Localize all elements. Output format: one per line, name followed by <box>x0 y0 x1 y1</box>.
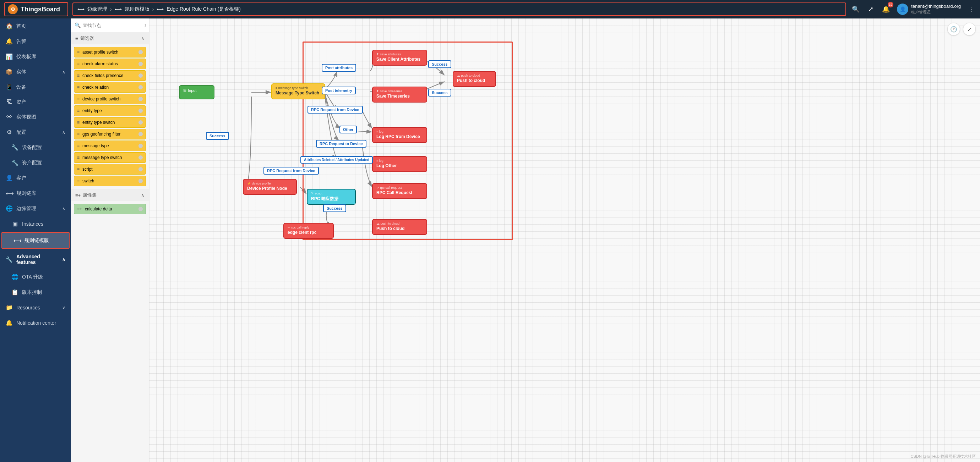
sidebar-item-asset-config[interactable]: 🔧 资产配置 <box>0 155 71 170</box>
attributes-section-header[interactable]: ≡+ 属性集 ∧ <box>71 189 149 201</box>
alarm-icon: 🔔 <box>6 38 13 45</box>
filter-section-content: ≡ asset profile switch ≡ check alarm sta… <box>71 44 149 189</box>
notification-badge[interactable]: 🔔 32 <box>881 4 891 14</box>
sidebar-item-edge-mgmt[interactable]: 🌐 边缘管理 ∧ <box>0 201 71 216</box>
rpc-reply-top-label: ↩ rpc call reply <box>288 226 329 229</box>
push-cloud-2-label: Push to cloud <box>376 226 423 231</box>
asset-config-icon: 🔧 <box>11 159 19 166</box>
sidebar-item-devices[interactable]: 📱 设备 <box>0 79 71 95</box>
sidebar-item-instances[interactable]: ▣ Instances <box>0 216 71 231</box>
sidebar-item-version-control[interactable]: 📋 版本控制 <box>0 284 71 300</box>
node-message-type-switch[interactable]: ≡ message type switch Message Type Switc… <box>271 83 325 99</box>
sidebar-item-device-config[interactable]: 🔧 设备配置 <box>0 140 71 155</box>
search-input[interactable] <box>83 23 142 28</box>
breadcrumb-item-1[interactable]: 边缘管理 <box>88 6 107 13</box>
sidebar-label-device-config: 设备配置 <box>22 144 42 151</box>
node-save-ts[interactable]: ⬆ save timeseries Save Timeseries <box>372 87 427 103</box>
sidebar-item-entities[interactable]: 📦 实体 ∧ <box>0 64 71 79</box>
sidebar-item-config[interactable]: ⚙ 配置 ∧ <box>0 125 71 140</box>
sidebar-item-home[interactable]: 🏠 首页 <box>0 19 71 34</box>
node-item-check-relation[interactable]: ≡ check relation <box>74 82 146 93</box>
logo-area[interactable]: ⚙ ThingsBoard <box>4 2 68 16</box>
config-expand-icon: ∧ <box>62 130 65 135</box>
sidebar-item-alarm[interactable]: 🔔 告警 <box>0 34 71 49</box>
breadcrumb-item-2[interactable]: 规则链模版 <box>125 6 150 13</box>
msg-switch-label: Message Type Switch <box>275 90 321 95</box>
sidebar-item-assets[interactable]: 🏗 资产 <box>0 95 71 110</box>
node-log-other[interactable]: ≡ log Log Other <box>372 156 427 172</box>
sidebar-item-entity-view[interactable]: 👁 实体视图 <box>0 110 71 125</box>
sidebar-item-resources[interactable]: 📁 Resources ∨ <box>0 300 71 315</box>
sidebar-label-rule-chain-templates: 规则链模版 <box>24 237 49 244</box>
sidebar-label-rule-chain-lib: 规则链库 <box>16 190 36 197</box>
sidebar-item-customers[interactable]: 👤 客户 <box>0 170 71 186</box>
node-item-check-fields-presence[interactable]: ≡ check fields presence <box>74 70 146 81</box>
script-rpc-label: RPC 响应数据 <box>311 196 352 202</box>
rule-chain-lib-icon: ⟷ <box>6 190 13 197</box>
script-rpc-top-label: ✎ script <box>311 192 352 195</box>
msg-switch-top-label: ≡ message type switch <box>275 86 321 90</box>
sidebar-label-resources: Resources <box>16 305 40 311</box>
sidebar-item-advanced-features[interactable]: 🔧 Advanced features ∧ <box>0 249 71 269</box>
node-item-entity-type-switch[interactable]: ≡ entity type switch <box>74 117 146 128</box>
header-actions: 🔍 ⤢ 🔔 32 👤 tenant@thingsboard.org 租户管理员 … <box>850 3 976 15</box>
node-item-switch[interactable]: ≡ switch <box>74 176 146 186</box>
node-icon: ≡ <box>77 73 80 78</box>
version-icon: 📋 <box>11 289 19 295</box>
node-rpc-req[interactable]: ↗ rpc call request RPC Call Request <box>372 183 427 199</box>
node-handle <box>138 156 143 160</box>
user-email: tenant@thingsboard.org <box>911 3 961 10</box>
assets-icon: 🏗 <box>6 99 13 105</box>
node-item-entity-type[interactable]: ≡ entity type <box>74 105 146 116</box>
node-log-rpc[interactable]: ≡ log Log RPC from Device <box>372 127 427 143</box>
user-role: 租户管理员 <box>911 10 961 15</box>
node-device-profile[interactable]: ⚡ device profile Device Profile Node <box>243 179 297 195</box>
sidebar-item-rule-chain-lib[interactable]: ⟷ 规则链库 <box>0 186 71 201</box>
sidebar: 🏠 首页 🔔 告警 📊 仪表板库 📦 实体 ∧ 📱 设备 🏗 资产 👁 实体视图 <box>0 19 71 462</box>
node-item-calculate-delta[interactable]: ≡+ calculate delta <box>74 204 146 214</box>
breadcrumb-item-3[interactable]: Edge Root Rule Chain (是否根链) <box>167 6 241 13</box>
node-item-device-profile-switch[interactable]: ≡ device profile switch <box>74 94 146 104</box>
dev-profile-top-label: ⚡ device profile <box>247 182 293 185</box>
node-label: entity type switch <box>83 120 136 125</box>
more-button[interactable]: ⋮ <box>967 4 976 14</box>
node-label: switch <box>83 178 136 183</box>
sidebar-item-ota[interactable]: 🌐 OTA 升级 <box>0 269 71 284</box>
sidebar-item-rule-chain-templates[interactable]: ⟷ 规则链模版 <box>2 232 70 249</box>
canvas-area[interactable]: 🕐 ⤢ <box>149 19 980 462</box>
collapse-button[interactable]: › <box>145 22 146 29</box>
edge-mgmt-icon: 🌐 <box>6 205 13 212</box>
node-item-asset-profile-switch[interactable]: ≡ asset profile switch <box>74 47 146 57</box>
node-item-message-type-switch[interactable]: ≡ message type switch <box>74 152 146 163</box>
user-info[interactable]: 👤 tenant@thingsboard.org 租户管理员 <box>897 3 961 15</box>
node-icon: ≡ <box>77 143 80 148</box>
sidebar-item-dashboards[interactable]: 📊 仪表板库 <box>0 49 71 64</box>
filter-section-header[interactable]: ≡ 筛选器 ∧ <box>71 32 149 44</box>
attr-collapse-icon: ∧ <box>141 193 145 198</box>
history-button[interactable]: 🕐 <box>947 23 960 35</box>
log-other-top-label: ≡ log <box>376 159 423 162</box>
fullscreen-button[interactable]: ⤢ <box>867 4 875 14</box>
expand-button[interactable]: ⤢ <box>963 23 976 35</box>
conn-label-success-1: Success <box>206 132 229 140</box>
breadcrumb-icon-1: ⟷ <box>77 6 84 12</box>
push-cloud-1-label: Push to cloud <box>457 78 492 83</box>
logo-icon: ⚙ <box>8 4 18 14</box>
node-push-cloud-2[interactable]: ☁ push to cloud Push to cloud <box>372 219 427 235</box>
search-button[interactable]: 🔍 <box>850 4 861 14</box>
node-icon: ≡ <box>77 132 80 137</box>
notification-count: 32 <box>888 2 893 8</box>
node-item-message-type[interactable]: ≡ message type <box>74 141 146 151</box>
sidebar-item-notifications[interactable]: 🔔 Notification center <box>0 315 71 330</box>
logo-text: ThingsBoard <box>21 6 60 13</box>
node-script-rpc[interactable]: ✎ script RPC 响应数据 <box>307 189 356 205</box>
node-input[interactable]: ⊞ Input <box>179 85 215 99</box>
attributes-section-icon: ≡+ <box>75 193 81 198</box>
node-save-attrs[interactable]: ⬆ save attributes Save Client Attributes <box>372 50 427 66</box>
sidebar-label-home: 首页 <box>16 23 26 29</box>
node-item-check-alarm-status[interactable]: ≡ check alarm status <box>74 59 146 69</box>
node-push-cloud-1[interactable]: ☁ push to cloud Push to cloud <box>453 71 496 87</box>
node-item-gps-geofencing[interactable]: ≡ gps geofencing filter <box>74 129 146 140</box>
node-item-script[interactable]: ≡ script <box>74 164 146 175</box>
node-rpc-reply[interactable]: ↩ rpc call reply edge clent rpc <box>283 223 334 239</box>
